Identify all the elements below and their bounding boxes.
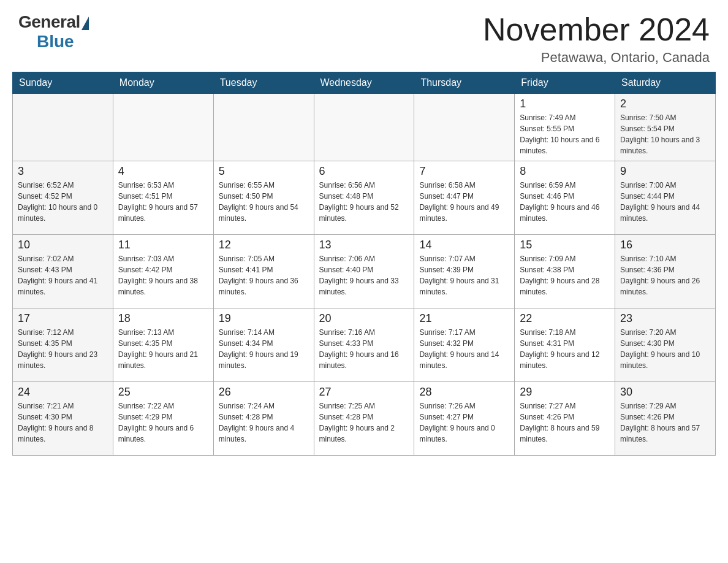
calendar-cell: 5Sunrise: 6:55 AMSunset: 4:50 PMDaylight… [213,161,314,235]
day-info: Sunrise: 7:17 AMSunset: 4:32 PMDaylight:… [419,327,509,371]
calendar-cell: 20Sunrise: 7:16 AMSunset: 4:33 PMDayligh… [314,308,414,382]
day-info: Sunrise: 7:29 AMSunset: 4:26 PMDaylight:… [620,400,710,445]
title-area: November 2024 Petawawa, Ontario, Canada [483,12,710,66]
weekday-header-row: SundayMondayTuesdayWednesdayThursdayFrid… [13,72,716,94]
day-info: Sunrise: 7:13 AMSunset: 4:35 PMDaylight:… [118,327,208,371]
calendar-cell: 29Sunrise: 7:27 AMSunset: 4:26 PMDayligh… [515,382,615,456]
day-info: Sunrise: 7:18 AMSunset: 4:31 PMDaylight:… [520,327,610,371]
day-info: Sunrise: 7:14 AMSunset: 4:34 PMDaylight:… [219,327,309,371]
calendar-cell: 10Sunrise: 7:02 AMSunset: 4:43 PMDayligh… [13,235,113,308]
day-number: 27 [319,386,409,399]
day-info: Sunrise: 7:00 AMSunset: 4:44 PMDaylight:… [620,180,710,224]
calendar-cell: 3Sunrise: 6:52 AMSunset: 4:52 PMDaylight… [13,161,113,235]
calendar-cell: 22Sunrise: 7:18 AMSunset: 4:31 PMDayligh… [515,308,615,382]
weekday-header-monday: Monday [113,72,213,94]
calendar-cell [314,94,414,161]
page-header: General Blue November 2024 Petawawa, Ont… [0,0,728,72]
day-info: Sunrise: 7:06 AMSunset: 4:40 PMDaylight:… [319,253,409,297]
day-info: Sunrise: 7:07 AMSunset: 4:39 PMDaylight:… [419,253,509,297]
calendar-cell: 18Sunrise: 7:13 AMSunset: 4:35 PMDayligh… [113,308,213,382]
day-number: 23 [620,312,710,325]
day-number: 4 [118,165,208,178]
calendar-cell: 6Sunrise: 6:56 AMSunset: 4:48 PMDaylight… [314,161,414,235]
weekday-header-friday: Friday [515,72,615,94]
calendar-cell: 11Sunrise: 7:03 AMSunset: 4:42 PMDayligh… [113,235,213,308]
calendar-cell: 14Sunrise: 7:07 AMSunset: 4:39 PMDayligh… [414,235,515,308]
calendar-cell: 17Sunrise: 7:12 AMSunset: 4:35 PMDayligh… [13,308,113,382]
day-info: Sunrise: 7:20 AMSunset: 4:30 PMDaylight:… [620,327,710,371]
day-number: 1 [520,98,610,110]
day-info: Sunrise: 7:16 AMSunset: 4:33 PMDaylight:… [319,327,409,371]
day-number: 8 [520,165,610,178]
calendar-week-row: 17Sunrise: 7:12 AMSunset: 4:35 PMDayligh… [13,308,716,382]
calendar-table: SundayMondayTuesdayWednesdayThursdayFrid… [12,72,716,456]
day-number: 29 [520,386,610,399]
day-info: Sunrise: 6:53 AMSunset: 4:51 PMDaylight:… [118,180,208,224]
day-number: 6 [319,165,409,178]
logo-blue-text: Blue [37,32,74,52]
day-number: 14 [419,239,509,251]
calendar-cell: 7Sunrise: 6:58 AMSunset: 4:47 PMDaylight… [414,161,515,235]
day-number: 5 [219,165,309,178]
calendar-cell: 26Sunrise: 7:24 AMSunset: 4:28 PMDayligh… [213,382,314,456]
calendar-cell: 23Sunrise: 7:20 AMSunset: 4:30 PMDayligh… [615,308,716,382]
weekday-header-saturday: Saturday [615,72,716,94]
day-number: 10 [18,239,108,251]
weekday-header-wednesday: Wednesday [314,72,414,94]
weekday-header-sunday: Sunday [13,72,113,94]
calendar-cell: 16Sunrise: 7:10 AMSunset: 4:36 PMDayligh… [615,235,716,308]
calendar-week-row: 3Sunrise: 6:52 AMSunset: 4:52 PMDaylight… [13,161,716,235]
day-info: Sunrise: 6:58 AMSunset: 4:47 PMDaylight:… [419,180,509,224]
calendar-cell: 30Sunrise: 7:29 AMSunset: 4:26 PMDayligh… [615,382,716,456]
weekday-header-thursday: Thursday [414,72,515,94]
day-number: 24 [18,386,108,399]
logo: General Blue [18,12,89,52]
calendar-cell: 28Sunrise: 7:26 AMSunset: 4:27 PMDayligh… [414,382,515,456]
day-number: 26 [219,386,309,399]
day-number: 12 [219,239,309,251]
day-info: Sunrise: 7:49 AMSunset: 5:55 PMDaylight:… [520,112,610,156]
day-number: 11 [118,239,208,251]
calendar-cell: 4Sunrise: 6:53 AMSunset: 4:51 PMDaylight… [113,161,213,235]
day-number: 17 [18,312,108,325]
day-info: Sunrise: 7:09 AMSunset: 4:38 PMDaylight:… [520,253,610,297]
weekday-header-tuesday: Tuesday [213,72,314,94]
logo-triangle-icon [82,17,89,30]
location-title: Petawawa, Ontario, Canada [483,50,710,66]
day-info: Sunrise: 7:03 AMSunset: 4:42 PMDaylight:… [118,253,208,297]
day-info: Sunrise: 6:56 AMSunset: 4:48 PMDaylight:… [319,180,409,224]
day-info: Sunrise: 7:26 AMSunset: 4:27 PMDaylight:… [419,400,509,445]
day-number: 13 [319,239,409,251]
calendar-cell: 2Sunrise: 7:50 AMSunset: 5:54 PMDaylight… [615,94,716,161]
day-info: Sunrise: 7:12 AMSunset: 4:35 PMDaylight:… [18,327,108,371]
day-info: Sunrise: 7:05 AMSunset: 4:41 PMDaylight:… [219,253,309,297]
day-info: Sunrise: 7:50 AMSunset: 5:54 PMDaylight:… [620,112,710,156]
calendar-week-row: 1Sunrise: 7:49 AMSunset: 5:55 PMDaylight… [13,94,716,161]
calendar-cell: 19Sunrise: 7:14 AMSunset: 4:34 PMDayligh… [213,308,314,382]
calendar-week-row: 24Sunrise: 7:21 AMSunset: 4:30 PMDayligh… [13,382,716,456]
calendar-cell [213,94,314,161]
day-number: 30 [620,386,710,399]
calendar-cell [13,94,113,161]
calendar-wrapper: SundayMondayTuesdayWednesdayThursdayFrid… [0,72,728,468]
calendar-cell: 13Sunrise: 7:06 AMSunset: 4:40 PMDayligh… [314,235,414,308]
calendar-cell: 27Sunrise: 7:25 AMSunset: 4:28 PMDayligh… [314,382,414,456]
day-number: 28 [419,386,509,399]
calendar-cell: 8Sunrise: 6:59 AMSunset: 4:46 PMDaylight… [515,161,615,235]
calendar-cell: 12Sunrise: 7:05 AMSunset: 4:41 PMDayligh… [213,235,314,308]
day-info: Sunrise: 6:52 AMSunset: 4:52 PMDaylight:… [18,180,108,224]
day-number: 2 [620,98,710,110]
calendar-cell [113,94,213,161]
day-number: 3 [18,165,108,178]
day-number: 16 [620,239,710,251]
calendar-cell [414,94,515,161]
calendar-week-row: 10Sunrise: 7:02 AMSunset: 4:43 PMDayligh… [13,235,716,308]
calendar-cell: 15Sunrise: 7:09 AMSunset: 4:38 PMDayligh… [515,235,615,308]
day-info: Sunrise: 7:27 AMSunset: 4:26 PMDaylight:… [520,400,610,445]
day-info: Sunrise: 7:25 AMSunset: 4:28 PMDaylight:… [319,400,409,445]
calendar-cell: 1Sunrise: 7:49 AMSunset: 5:55 PMDaylight… [515,94,615,161]
day-number: 19 [219,312,309,325]
day-info: Sunrise: 7:10 AMSunset: 4:36 PMDaylight:… [620,253,710,297]
day-info: Sunrise: 7:22 AMSunset: 4:29 PMDaylight:… [118,400,208,445]
day-number: 18 [118,312,208,325]
